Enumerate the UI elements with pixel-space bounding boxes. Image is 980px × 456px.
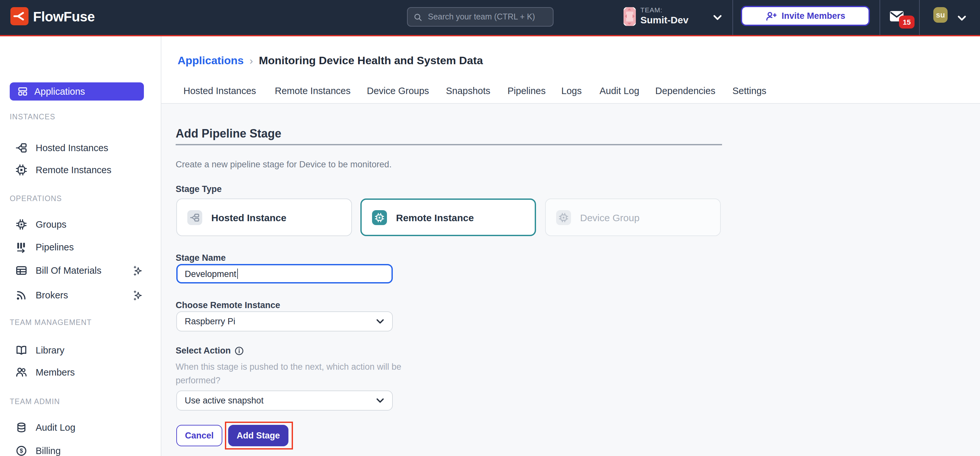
stage-name-input[interactable]: Development <box>176 264 393 284</box>
stage-type-option-label: Hosted Instance <box>211 212 286 223</box>
select-action-help-text: When this stage is pushed to the next, w… <box>176 360 404 387</box>
bill-of-materials-table-icon <box>16 265 27 276</box>
tab-pipelines[interactable]: Pipelines <box>508 86 546 96</box>
search-input[interactable] <box>426 12 547 22</box>
svg-text:$: $ <box>20 448 23 454</box>
notification-count-badge[interactable]: 15 <box>899 16 915 29</box>
sidebar-item-brokers[interactable]: Brokers <box>16 288 155 302</box>
hosted-instance-icon <box>16 142 27 154</box>
invite-members-button[interactable]: Invite Members <box>741 6 870 26</box>
sidebar-section-team-admin: TEAM ADMIN <box>10 398 60 405</box>
sidebar-item-label: Hosted Instances <box>36 143 108 153</box>
sidebar-item-members[interactable]: Members <box>16 365 155 379</box>
sidebar-item-label: Pipelines <box>36 242 74 252</box>
sidebar-item-remote-instances[interactable]: Remote Instances <box>16 163 155 177</box>
stage-name-label: Stage Name <box>176 253 226 263</box>
sidebar-section-operations: OPERATIONS <box>10 195 62 202</box>
select-action-label: Select Action <box>176 346 244 356</box>
invite-user-icon <box>765 11 776 21</box>
stage-name-value: Development <box>185 269 236 279</box>
team-avatar[interactable] <box>624 7 636 26</box>
hosted-instance-icon <box>187 210 202 225</box>
team-label: TEAM: <box>640 6 662 14</box>
team-chevron-down-icon[interactable] <box>713 14 722 21</box>
sparkles-icon <box>132 265 143 276</box>
team-search[interactable] <box>407 7 554 27</box>
sidebar-item-label: Members <box>36 367 75 378</box>
tab-logs[interactable]: Logs <box>561 86 582 96</box>
sidebar-item-label: Audit Log <box>36 422 75 433</box>
action-selected-value: Use active snapshot <box>185 396 264 405</box>
sidebar: Applications INSTANCES Hosted Instances … <box>0 36 161 456</box>
cancel-button[interactable]: Cancel <box>176 425 222 446</box>
sidebar-item-pipelines[interactable]: Pipelines <box>16 240 155 254</box>
sidebar-item-label: Brokers <box>36 290 68 300</box>
action-select[interactable]: Use active snapshot <box>176 391 393 411</box>
tab-settings[interactable]: Settings <box>732 86 767 96</box>
sidebar-item-label: Applications <box>34 86 85 97</box>
chevron-down-icon <box>376 397 384 404</box>
nav-divider <box>919 0 920 35</box>
flowfuse-app: FlowFuse TEAM: Sumit-Dev Invite Members … <box>0 0 980 456</box>
info-icon[interactable] <box>235 346 244 355</box>
sidebar-item-label: Billing <box>36 446 60 456</box>
remote-instance-select[interactable]: Raspberry Pi <box>176 311 393 332</box>
device-group-chip-icon <box>556 210 571 225</box>
flowfuse-logo-icon[interactable] <box>10 7 29 25</box>
tab-hosted-instances[interactable]: Hosted Instances <box>183 86 256 96</box>
sidebar-item-groups[interactable]: Groups <box>16 217 155 231</box>
sidebar-item-label: Remote Instances <box>36 165 111 175</box>
top-navbar: FlowFuse TEAM: Sumit-Dev Invite Members … <box>0 0 980 36</box>
remote-instance-chip-icon <box>16 164 27 176</box>
remote-instance-chip-icon <box>372 210 387 225</box>
sidebar-item-applications[interactable]: Applications <box>10 82 144 100</box>
breadcrumb-separator: › <box>250 55 253 67</box>
title-divider <box>176 144 722 145</box>
add-stage-button[interactable]: Add Stage <box>228 425 288 446</box>
sidebar-item-audit-log[interactable]: Audit Log <box>16 420 155 435</box>
audit-log-database-icon <box>16 422 27 433</box>
tab-snapshots[interactable]: Snapshots <box>446 86 490 96</box>
stage-type-option-hosted-instance[interactable]: Hosted Instance <box>176 198 352 236</box>
stage-type-option-remote-instance[interactable]: Remote Instance <box>360 198 536 236</box>
sidebar-section-team-management: TEAM MANAGEMENT <box>10 319 92 326</box>
choose-remote-instance-label: Choose Remote Instance <box>176 300 280 310</box>
sidebar-item-label: Groups <box>36 219 67 230</box>
stage-type-label: Stage Type <box>176 184 222 194</box>
tab-dependencies[interactable]: Dependencies <box>655 86 715 96</box>
breadcrumb: Applications › Monitoring Device Health … <box>178 54 483 67</box>
sidebar-item-hosted-instances[interactable]: Hosted Instances <box>16 141 155 155</box>
user-avatar[interactable]: su <box>933 7 948 23</box>
pipelines-icon <box>16 241 27 253</box>
brokers-rss-icon <box>16 289 27 301</box>
applications-grid-icon <box>18 86 28 97</box>
remote-instance-selected-value: Raspberry Pi <box>185 317 235 326</box>
search-icon <box>414 12 422 22</box>
form-description: Create a new pipeline stage for Device t… <box>176 159 391 169</box>
text-caret <box>237 269 238 279</box>
sidebar-item-library[interactable]: Library <box>16 343 155 357</box>
tab-device-groups[interactable]: Device Groups <box>367 86 429 96</box>
stage-type-option-label: Remote Instance <box>396 212 474 223</box>
sidebar-item-bill-of-materials[interactable]: Bill Of Materials <box>16 263 155 277</box>
breadcrumb-applications-link[interactable]: Applications <box>178 54 244 67</box>
library-book-icon <box>16 344 27 356</box>
sidebar-item-label: Library <box>36 345 65 356</box>
select-action-label-text: Select Action <box>176 346 231 356</box>
brand-name[interactable]: FlowFuse <box>33 9 95 25</box>
tab-audit-log[interactable]: Audit Log <box>600 86 640 96</box>
team-name[interactable]: Sumit-Dev <box>640 14 688 25</box>
tab-remote-instances[interactable]: Remote Instances <box>275 86 351 96</box>
sidebar-item-billing[interactable]: $ Billing <box>16 444 155 456</box>
stage-type-option-device-group: Device Group <box>545 198 721 236</box>
chevron-down-icon <box>376 318 384 325</box>
groups-chip-icon <box>16 218 27 230</box>
sidebar-section-instances: INSTANCES <box>10 113 56 121</box>
form-title: Add Pipeline Stage <box>176 127 281 141</box>
nav-divider <box>880 0 880 35</box>
billing-dollar-icon: $ <box>16 445 27 456</box>
members-people-icon <box>16 367 27 378</box>
sidebar-item-label: Bill Of Materials <box>36 265 102 276</box>
sparkles-icon <box>132 290 143 301</box>
user-chevron-down-icon[interactable] <box>957 14 966 22</box>
